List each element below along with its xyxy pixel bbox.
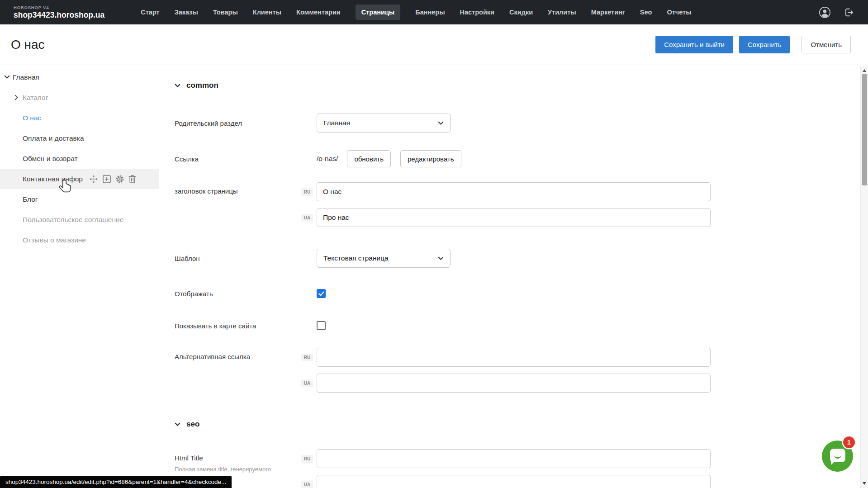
- html-title-ru-input[interactable]: [317, 449, 711, 468]
- lang-tag-ua: UA: [301, 481, 313, 488]
- field-page-title: заголовок страницы RU UA: [175, 182, 868, 227]
- logo-domain: shop34423.horoshop.ua: [14, 11, 104, 19]
- tree-item-label: Блог: [23, 195, 38, 204]
- parent-section-select[interactable]: Главная: [317, 114, 451, 133]
- scrollbar-thumb[interactable]: [862, 74, 867, 185]
- header-buttons: Сохранить и выйти Сохранить Отменить: [655, 36, 851, 53]
- field-link: Ссылка /o-nas/ обновить редактировать: [175, 150, 868, 167]
- page-header: О нас Сохранить и выйти Сохранить Отмени…: [0, 24, 868, 65]
- menu-item-clients[interactable]: Клиенты: [253, 9, 281, 16]
- sitemap-checkbox[interactable]: [317, 321, 326, 330]
- chevron-right-icon[interactable]: [14, 95, 19, 100]
- lang-tag-ru: RU: [301, 354, 313, 361]
- menu-item-orders[interactable]: Заказы: [175, 9, 198, 16]
- page-title: О нас: [11, 38, 45, 52]
- save-button[interactable]: Сохранить: [739, 36, 790, 53]
- logo-version: HOROSHOP V4: [14, 5, 104, 10]
- logout-icon[interactable]: [843, 7, 854, 18]
- lang-group-ru: RU: [301, 348, 711, 367]
- html-title-label: Html Title: [175, 454, 203, 462]
- menu-item-reports[interactable]: Отчеты: [667, 9, 691, 16]
- chevron-down-icon: [175, 81, 180, 90]
- chevron-down-icon[interactable]: [4, 75, 10, 79]
- tree-item-actions: [89, 175, 136, 184]
- html-title-ua-input[interactable]: [317, 475, 711, 488]
- tree-item-katalog[interactable]: Каталог: [0, 87, 159, 108]
- logo[interactable]: HOROSHOP V4 shop34423.horoshop.ua: [14, 5, 104, 19]
- page-title-ua-input[interactable]: [317, 208, 711, 227]
- tree-item-oplata[interactable]: Оплата и доставка: [0, 128, 159, 148]
- menu-item-seo[interactable]: Seo: [640, 9, 652, 16]
- vertical-scrollbar[interactable]: [860, 66, 868, 488]
- link-path: /o-nas/: [317, 155, 338, 163]
- lang-group-ua: UA: [301, 374, 711, 393]
- tree-item-label: Контактная инфор: [23, 175, 83, 183]
- navbar-right-icons: [819, 6, 854, 19]
- lang-group-ru: RU: [301, 449, 711, 468]
- section-title: common: [186, 81, 218, 90]
- status-url-tooltip: shop34423.horoshop.ua/edit/edit.php?id=6…: [0, 476, 232, 488]
- link-refresh-button[interactable]: обновить: [347, 150, 391, 167]
- field-label: Html Title Полная замена title, генериру…: [175, 449, 317, 473]
- lang-group-ua: UA: [301, 208, 711, 227]
- scroll-up-arrow[interactable]: [863, 69, 866, 72]
- lang-group-ru: RU: [301, 182, 711, 201]
- tree-item-obmen[interactable]: Обмен и возврат: [0, 148, 159, 169]
- move-icon[interactable]: [89, 175, 98, 184]
- scroll-down-arrow[interactable]: [863, 482, 866, 485]
- chat-bubble-icon: [830, 449, 845, 462]
- tree-item-label: Каталог: [23, 94, 48, 102]
- account-icon[interactable]: [819, 6, 831, 19]
- menu-item-utilities[interactable]: Утилиты: [548, 9, 576, 16]
- top-navbar: HOROSHOP V4 shop34423.horoshop.ua Старт …: [0, 0, 868, 24]
- lang-tag-ua: UA: [301, 214, 313, 222]
- alt-link-ua-input[interactable]: [317, 374, 711, 393]
- menu-item-discounts[interactable]: Скидки: [509, 9, 533, 16]
- chevron-down-icon: [438, 119, 444, 127]
- tree-item-glavnaya[interactable]: Главная: [0, 67, 159, 87]
- field-html-title: Html Title Полная замена title, генериру…: [175, 449, 868, 488]
- tree-item-blog[interactable]: Блог: [0, 189, 159, 209]
- tree-item-label: Оплата и доставка: [23, 134, 84, 142]
- main-menu: Старт Заказы Товары Клиенты Комментарии …: [141, 5, 691, 20]
- chat-button[interactable]: 1: [822, 441, 853, 472]
- section-seo[interactable]: seo: [175, 420, 868, 429]
- tree-item-polzovatelskoe[interactable]: Пользовательское соглашение: [0, 209, 159, 230]
- menu-item-banners[interactable]: Баннеры: [415, 9, 445, 16]
- field-parent-section: Родительский раздел Главная: [175, 114, 868, 133]
- tree-item-otzyvy[interactable]: Отзывы о магазине: [0, 230, 159, 250]
- add-icon[interactable]: [102, 175, 111, 184]
- tree-item-o-nas[interactable]: О нас: [0, 108, 159, 128]
- edit-form: common Родительский раздел Главная Ссылк…: [159, 66, 868, 488]
- menu-item-marketing[interactable]: Маркетинг: [591, 9, 625, 16]
- lang-inputs: RU UA: [317, 348, 711, 393]
- gear-icon[interactable]: [115, 175, 124, 184]
- chat-unread-badge: 1: [843, 436, 855, 448]
- template-select[interactable]: Текстовая страница: [317, 249, 451, 268]
- lang-group-ua: UA: [301, 475, 711, 488]
- menu-item-settings[interactable]: Настройки: [460, 9, 495, 16]
- link-edit-button[interactable]: редактировать: [400, 150, 461, 167]
- trash-icon[interactable]: [128, 175, 136, 184]
- menu-item-pages[interactable]: Страницы: [356, 5, 400, 20]
- field-alt-link: Альтернативная ссылка RU UA: [175, 348, 868, 393]
- lang-inputs: RU UA: [317, 449, 711, 488]
- field-sitemap: Показывать в карте сайта: [175, 321, 868, 330]
- cancel-button[interactable]: Отменить: [802, 36, 851, 53]
- tree-item-kontaktnaya[interactable]: Контактная инфор: [0, 169, 159, 189]
- menu-item-comments[interactable]: Комментарии: [296, 9, 341, 16]
- display-checkbox[interactable]: [317, 289, 326, 298]
- chevron-down-icon: [438, 254, 444, 262]
- menu-item-start[interactable]: Старт: [141, 9, 159, 16]
- section-common[interactable]: common: [175, 81, 868, 90]
- save-and-exit-button[interactable]: Сохранить и выйти: [655, 36, 733, 53]
- field-label: Шаблон: [175, 255, 317, 262]
- page-title-ru-input[interactable]: [317, 182, 711, 201]
- field-template: Шаблон Текстовая страница: [175, 249, 868, 268]
- lang-tag-ru: RU: [301, 455, 313, 463]
- menu-item-products[interactable]: Товары: [213, 9, 238, 16]
- alt-link-ru-input[interactable]: [317, 348, 711, 367]
- tree-item-label: Пользовательское соглашение: [23, 216, 123, 224]
- field-label: Родительский раздел: [175, 119, 317, 127]
- chevron-down-icon: [175, 420, 180, 429]
